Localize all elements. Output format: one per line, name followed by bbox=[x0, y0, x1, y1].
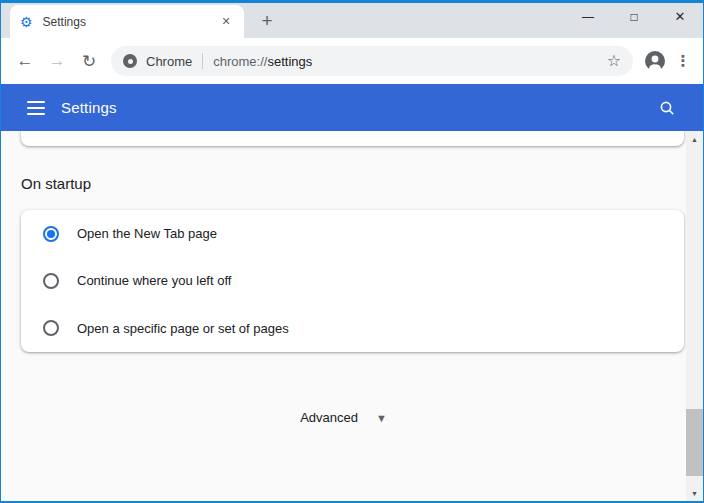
close-window-button[interactable]: ✕ bbox=[657, 0, 703, 33]
radio-button[interactable] bbox=[43, 273, 59, 289]
browser-window: ⚙ Settings ✕ + — □ ✕ ← → ↻ Chrome chrome… bbox=[0, 0, 704, 503]
menu-hamburger-icon[interactable] bbox=[27, 101, 45, 115]
radio-label: Open the New Tab page bbox=[77, 226, 217, 241]
settings-main: On startup Open the New Tab page Continu… bbox=[1, 131, 686, 501]
back-button[interactable]: ← bbox=[9, 45, 41, 77]
advanced-label: Advanced bbox=[300, 410, 358, 425]
on-startup-card: Open the New Tab page Continue where you… bbox=[21, 210, 684, 352]
url-separator bbox=[202, 53, 203, 69]
radio-label: Open a specific page or set of pages bbox=[77, 321, 289, 336]
bookmark-star-icon[interactable]: ☆ bbox=[605, 53, 623, 69]
maximize-button[interactable]: □ bbox=[611, 0, 657, 33]
url-host: settings bbox=[267, 54, 312, 69]
section-title-on-startup: On startup bbox=[21, 174, 686, 194]
radio-label: Continue where you left off bbox=[77, 273, 231, 288]
scroll-up-arrow[interactable]: ▲ bbox=[686, 131, 703, 147]
window-controls: — □ ✕ bbox=[565, 0, 703, 33]
settings-gear-icon: ⚙ bbox=[20, 15, 33, 29]
address-bar[interactable]: Chrome chrome://settings ☆ bbox=[111, 46, 633, 76]
url-text: chrome://settings bbox=[213, 54, 604, 69]
vertical-scrollbar[interactable]: ▲ ▼ bbox=[686, 131, 703, 501]
page-title: Settings bbox=[61, 99, 652, 116]
scroll-down-arrow[interactable]: ▼ bbox=[686, 485, 703, 501]
tab-settings[interactable]: ⚙ Settings ✕ bbox=[10, 5, 244, 38]
new-tab-button[interactable]: + bbox=[253, 7, 281, 35]
tab-close-icon[interactable]: ✕ bbox=[218, 14, 234, 30]
site-label: Chrome bbox=[146, 54, 192, 69]
reload-button[interactable]: ↻ bbox=[73, 45, 105, 77]
tab-title: Settings bbox=[43, 15, 218, 29]
chevron-down-icon: ▼ bbox=[376, 412, 387, 424]
browser-toolbar: ← → ↻ Chrome chrome://settings ☆ ⋮ bbox=[1, 38, 703, 84]
browser-menu-icon[interactable]: ⋮ bbox=[669, 47, 697, 75]
radio-button[interactable] bbox=[43, 226, 59, 242]
forward-button[interactable]: → bbox=[41, 45, 73, 77]
profile-avatar-icon[interactable] bbox=[641, 47, 669, 75]
search-glyph bbox=[659, 100, 675, 116]
previous-section-card-edge bbox=[21, 131, 684, 146]
url-scheme: chrome:// bbox=[213, 54, 267, 69]
chrome-site-icon bbox=[123, 54, 137, 68]
option-continue-where-left-off[interactable]: Continue where you left off bbox=[21, 257, 684, 304]
radio-button[interactable] bbox=[43, 320, 59, 336]
search-icon[interactable] bbox=[652, 93, 682, 123]
settings-header: Settings bbox=[1, 84, 703, 131]
avatar-glyph bbox=[645, 51, 665, 71]
minimize-button[interactable]: — bbox=[565, 0, 611, 33]
settings-content: On startup Open the New Tab page Continu… bbox=[1, 131, 703, 501]
advanced-button[interactable]: Advanced ▼ bbox=[1, 410, 686, 425]
tab-strip: ⚙ Settings ✕ + — □ ✕ bbox=[1, 3, 703, 38]
option-open-new-tab-page[interactable]: Open the New Tab page bbox=[21, 210, 684, 257]
option-open-specific-pages[interactable]: Open a specific page or set of pages bbox=[21, 305, 684, 352]
scrollbar-track[interactable] bbox=[686, 147, 703, 485]
scrollbar-thumb[interactable] bbox=[686, 409, 703, 476]
